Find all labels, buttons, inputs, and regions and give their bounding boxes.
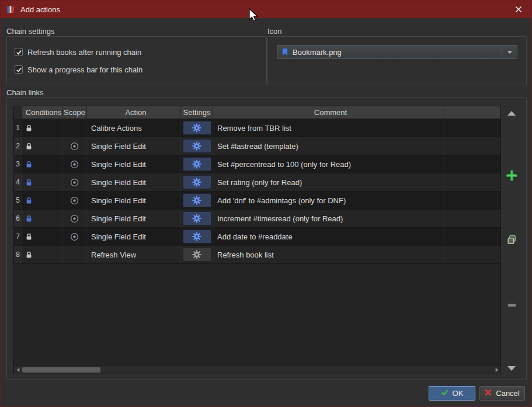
settings-cell xyxy=(181,155,213,173)
table-row[interactable]: 6 Single Field Edit Increment #timesread… xyxy=(14,210,500,228)
conditions-cell[interactable] xyxy=(22,119,62,137)
table-header: Conditions Scope Action Settings Comment xyxy=(14,106,500,119)
table-row[interactable]: 5 Single Field Edit Add 'dnf' to #admint… xyxy=(14,192,500,210)
lock-icon xyxy=(25,124,33,132)
chain-links-label: Chain links xyxy=(6,88,44,97)
gear-icon xyxy=(192,123,201,133)
action-cell[interactable]: Refresh View xyxy=(87,246,181,263)
ok-button[interactable]: OK xyxy=(429,386,475,401)
copy-link-button[interactable] xyxy=(505,234,519,248)
column-header-conditions[interactable]: Conditions xyxy=(22,106,62,119)
scope-cell[interactable] xyxy=(62,228,87,245)
titlebar[interactable]: Add actions xyxy=(1,1,531,18)
plus-icon xyxy=(506,170,517,183)
scope-cell[interactable] xyxy=(62,210,87,227)
gear-icon xyxy=(192,141,201,151)
conditions-cell[interactable] xyxy=(22,155,62,173)
row-settings-button[interactable] xyxy=(183,229,211,243)
checkbox-progress-bar[interactable]: Show a progress bar for this chain xyxy=(15,65,142,74)
conditions-cell[interactable] xyxy=(22,137,62,155)
scroll-right-icon[interactable] xyxy=(492,366,500,374)
row-number: 3 xyxy=(14,155,22,173)
horizontal-scrollbar[interactable] xyxy=(14,366,500,374)
conditions-cell[interactable] xyxy=(22,228,62,245)
row-settings-button[interactable] xyxy=(183,175,211,189)
close-icon[interactable] xyxy=(512,2,526,16)
comment-cell[interactable]: Refresh book list xyxy=(213,246,444,263)
copy-icon xyxy=(506,234,517,248)
row-number: 4 xyxy=(14,173,22,191)
lock-icon xyxy=(25,179,33,186)
row-settings-button[interactable] xyxy=(183,121,211,135)
lock-icon xyxy=(25,215,33,222)
cancel-button-label: Cancel xyxy=(496,389,519,398)
settings-cell xyxy=(181,192,213,209)
action-cell[interactable]: Single Field Edit xyxy=(87,228,181,245)
gear-icon xyxy=(192,159,201,169)
scrollbar-thumb[interactable] xyxy=(22,367,100,373)
column-header-scope[interactable]: Scope xyxy=(62,106,87,119)
table-row[interactable]: 7 Single Field Edit Add date to #readdat… xyxy=(14,228,500,246)
check-icon xyxy=(441,389,448,398)
comment-cell[interactable]: Set #lastread (template) xyxy=(213,137,444,155)
cancel-button[interactable]: Cancel xyxy=(479,386,525,401)
action-cell[interactable]: Single Field Edit xyxy=(87,192,181,209)
add-actions-dialog: Add actions Chain settings Refresh books… xyxy=(0,0,532,407)
action-cell[interactable]: Single Field Edit xyxy=(87,173,181,191)
row-settings-button[interactable] xyxy=(183,139,211,153)
action-cell[interactable]: Single Field Edit xyxy=(87,210,181,227)
settings-cell xyxy=(181,119,213,137)
add-link-button[interactable] xyxy=(505,169,519,183)
scope-cell[interactable] xyxy=(62,192,87,209)
conditions-cell[interactable] xyxy=(22,210,62,227)
up-arrow-icon xyxy=(507,108,516,119)
settings-cell xyxy=(181,210,213,227)
scope-cell[interactable] xyxy=(62,155,87,173)
icon-combobox[interactable]: Bookmark.png xyxy=(277,45,517,59)
minus-icon xyxy=(506,300,517,313)
row-number: 5 xyxy=(14,192,22,209)
comment-cell[interactable]: Set #percentread to 100 (only for Read) xyxy=(213,155,444,173)
column-header-action[interactable]: Action xyxy=(87,106,181,119)
column-header-comment[interactable]: Comment xyxy=(213,106,444,119)
row-settings-button[interactable] xyxy=(183,193,211,207)
checkbox-refresh-books[interactable]: Refresh books after running chain xyxy=(15,47,141,57)
comment-cell[interactable]: Increment #timesread (only for Read) xyxy=(213,210,444,227)
column-header-empty[interactable] xyxy=(444,106,500,119)
scope-target-icon xyxy=(70,196,79,205)
table-row[interactable]: 8 Refresh View Refresh book list xyxy=(14,246,500,264)
action-cell[interactable]: Single Field Edit xyxy=(87,137,181,155)
scope-cell[interactable] xyxy=(62,173,87,191)
comment-cell[interactable]: Add 'dnf' to #admintags (only for DNF) xyxy=(213,192,444,209)
chain-settings-label: Chain settings xyxy=(6,27,54,36)
comment-cell[interactable]: Add date to #readdate xyxy=(213,228,444,245)
combobox-value: Bookmark.png xyxy=(293,48,342,57)
row-settings-button[interactable] xyxy=(183,157,211,171)
scope-cell[interactable] xyxy=(62,246,87,263)
remove-link-button[interactable] xyxy=(505,299,519,313)
action-cell[interactable]: Single Field Edit xyxy=(87,155,181,173)
scope-cell[interactable] xyxy=(62,119,87,137)
action-cell[interactable]: Calibre Actions xyxy=(87,119,181,137)
table-row[interactable]: 1 Calibre Actions Remove from TBR list xyxy=(14,119,500,137)
gear-icon xyxy=(192,196,201,205)
row-settings-button[interactable] xyxy=(183,211,211,225)
gear-icon xyxy=(192,178,201,187)
scroll-left-icon[interactable] xyxy=(14,366,22,374)
move-down-button[interactable] xyxy=(505,361,519,375)
row-number: 1 xyxy=(14,119,22,137)
spacer-cell xyxy=(444,246,500,263)
conditions-cell[interactable] xyxy=(22,192,62,209)
scope-cell[interactable] xyxy=(62,137,87,155)
comment-cell[interactable]: Remove from TBR list xyxy=(213,119,444,137)
move-up-button[interactable] xyxy=(505,106,519,120)
comment-cell[interactable]: Set rating (only for Read) xyxy=(213,173,444,191)
conditions-cell[interactable] xyxy=(22,246,62,263)
column-header-settings[interactable]: Settings xyxy=(181,106,213,119)
row-settings-button[interactable] xyxy=(183,248,211,262)
table-row[interactable]: 2 Single Field Edit Set #lastread (templ… xyxy=(14,137,500,155)
bookmark-icon xyxy=(281,48,288,56)
conditions-cell[interactable] xyxy=(22,173,62,191)
table-row[interactable]: 3 Single Field Edit Set #percentread to … xyxy=(14,155,500,173)
table-row[interactable]: 4 Single Field Edit Set rating (only for… xyxy=(14,173,500,192)
